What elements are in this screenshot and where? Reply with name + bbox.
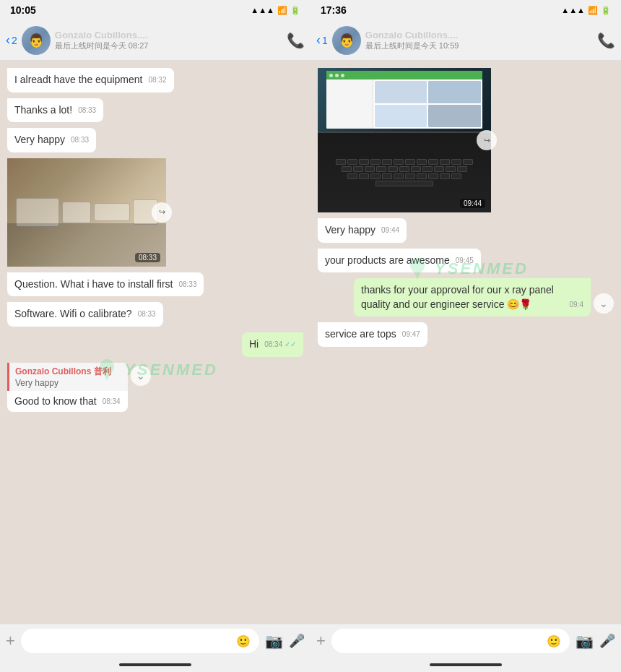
key-row-spacebar <box>321 181 488 186</box>
bubble-2: Thanks a lot! 08:33 <box>7 98 103 123</box>
msg-time-5: 08:33 <box>138 309 156 319</box>
msg-text-r2: your products are awesome <box>325 254 450 266</box>
camera-icon-left[interactable]: 📷 <box>265 632 283 650</box>
screen-sidebar <box>326 79 373 128</box>
msg-time-2: 08:33 <box>78 105 96 116</box>
mic-icon-left[interactable]: 🎤 <box>289 633 305 649</box>
key <box>440 159 450 165</box>
avatar-image-left: 👨 <box>22 26 51 55</box>
avatar-right[interactable]: 👨 <box>332 26 361 55</box>
msg-time-6: 08:34 <box>264 340 296 350</box>
key <box>370 173 381 179</box>
status-icons-left: ▲▲▲ 📶 🔋 <box>251 6 300 15</box>
home-indicator-left <box>0 658 310 672</box>
contact-name-right: Gonzalo Cubillons.... <box>365 29 593 40</box>
key <box>336 159 346 165</box>
key <box>434 166 444 172</box>
equip-box-2 <box>62 202 91 223</box>
key <box>370 159 381 165</box>
key <box>417 173 427 179</box>
reply-quote: Gonzalo Cubillons 普利 Very happy <box>7 363 128 391</box>
key <box>446 166 456 172</box>
avatar-left[interactable]: 👨 <box>22 26 51 55</box>
message-r4: service are tops 09:47 <box>318 322 614 347</box>
home-bar-right <box>430 663 502 666</box>
key <box>394 159 404 165</box>
msg-text-6: Hi <box>249 338 259 350</box>
msg-time-3: 08:33 <box>71 135 89 145</box>
key <box>457 166 467 172</box>
equipment-image[interactable]: 08:33 <box>7 158 166 267</box>
message-5: Software. Wifi o calibrate? 08:33 <box>7 302 303 327</box>
camera-icon-right[interactable]: 📷 <box>576 632 594 650</box>
left-phone-panel: 10:05 ▲▲▲ 📶 🔋 ‹ 2 👨 Gonzalo Cubillons...… <box>0 0 310 672</box>
msg-time-r4: 09:47 <box>402 329 420 340</box>
key <box>422 166 433 172</box>
call-button-left[interactable]: 📞 <box>287 32 305 49</box>
key <box>440 173 450 179</box>
time-right: 17:36 <box>321 4 347 16</box>
key <box>347 173 357 179</box>
laptop-image[interactable]: 09:44 <box>318 68 491 212</box>
message-3: Very happy 08:33 <box>7 128 303 152</box>
bubble-4: Question. What i have to install first 0… <box>7 272 204 297</box>
key <box>428 173 438 179</box>
equip-box-1 <box>16 198 59 227</box>
battery-icon-right: 🔋 <box>601 6 611 15</box>
reply-main-text: Good to know that 08:34 <box>7 391 128 412</box>
chat-header-right: ‹ 1 👨 Gonzalo Cubillons.... 最后上线时间是今天 10… <box>310 20 621 61</box>
screen-body <box>326 79 482 128</box>
message-reply: Gonzalo Cubillons 普利 Very happy Good to … <box>7 363 303 412</box>
plus-button-right[interactable]: + <box>316 632 326 650</box>
signal-icon-left: ▲▲▲ <box>251 6 274 14</box>
key <box>405 159 415 165</box>
contact-info-right: Gonzalo Cubillons.... 最后上线时间是今天 10:59 <box>365 29 593 51</box>
avatar-image-right: 👨 <box>332 26 361 55</box>
call-button-right[interactable]: 📞 <box>597 32 615 49</box>
status-bar-right: 17:36 ▲▲▲ 📶 🔋 <box>310 0 621 20</box>
plus-button-left[interactable]: + <box>6 632 15 650</box>
share-button-left[interactable]: ↪ <box>152 202 172 223</box>
input-box-left[interactable]: 🙂 <box>21 629 259 653</box>
key-row-2 <box>321 166 488 172</box>
key <box>382 159 392 165</box>
screen-content <box>326 71 482 128</box>
bubble-3: Very happy 08:33 <box>7 128 96 152</box>
expand-button-left[interactable]: ⌄ <box>131 366 151 386</box>
input-box-right[interactable]: 🙂 <box>331 629 570 653</box>
bubble-6: Hi 08:34 <box>242 332 303 357</box>
time-left: 10:05 <box>10 4 36 16</box>
screen-block-3 <box>375 105 427 127</box>
mic-icon-right[interactable]: 🎤 <box>599 633 615 649</box>
laptop-image-wrap[interactable]: 09:44 ↪ <box>318 68 491 212</box>
message-r2: your products are awesome 09:45 <box>318 249 614 273</box>
msg-text-r3: thanks for your approval for our x ray p… <box>361 284 554 310</box>
signal-icon-right: ▲▲▲ <box>561 6 585 14</box>
message-4: Question. What i have to install first 0… <box>7 272 303 297</box>
bubble-r1: Very happy 09:44 <box>318 218 407 243</box>
share-button-right[interactable]: ↪ <box>477 130 497 150</box>
wifi-icon-right: 📶 <box>588 6 598 15</box>
msg-text-1: I alreadt have the equipment <box>14 74 142 85</box>
home-indicator-right <box>310 658 621 672</box>
key <box>417 159 427 165</box>
bubble-r4: service are tops 09:47 <box>318 322 427 347</box>
laptop-image-time: 09:44 <box>460 199 485 208</box>
message-image-left: 08:33 ↪ <box>7 158 303 267</box>
key-row-3 <box>321 173 488 179</box>
sticker-icon-right[interactable]: 🙂 <box>547 634 561 648</box>
expand-button-outgoing[interactable]: ⌄ <box>594 293 614 314</box>
msg-time-r3: 09:4 <box>570 300 583 310</box>
key-row-1 <box>321 159 488 165</box>
back-chevron-left: ‹ <box>6 33 10 48</box>
image-wrap-left[interactable]: 08:33 ↪ <box>7 158 166 267</box>
battery-icon-left: 🔋 <box>290 6 300 15</box>
screen-main <box>373 79 482 128</box>
key <box>399 166 409 172</box>
back-button-right[interactable]: ‹ 1 <box>316 33 328 48</box>
dot1 <box>329 74 333 77</box>
key <box>411 166 421 172</box>
sticker-icon-left[interactable]: 🙂 <box>236 634 251 648</box>
msg-time-r1: 09:44 <box>381 225 399 236</box>
back-button-left[interactable]: ‹ 2 <box>6 33 17 48</box>
